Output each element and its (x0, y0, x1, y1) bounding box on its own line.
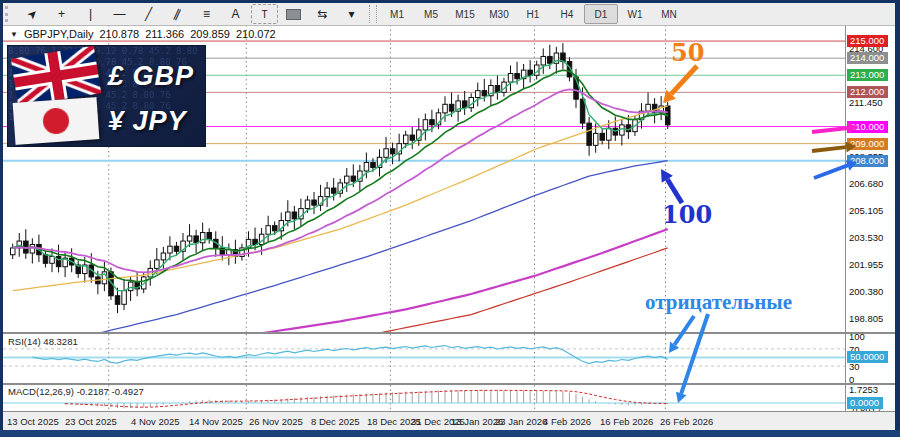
price-level-badge-213.000: 213.000 (847, 69, 888, 81)
date-label: 4 Nov 2025 (131, 416, 180, 427)
timeframe-w1[interactable]: W1 (618, 4, 652, 24)
shapes-tool[interactable] (280, 4, 307, 24)
timeframe-m15[interactable]: M15 (448, 4, 482, 24)
price-tick-205.105: 205.105 (849, 205, 883, 216)
date-label: 16 Feb 2026 (600, 416, 653, 427)
text-tool-icon[interactable]: A (222, 4, 249, 24)
timeframe-m30[interactable]: M30 (482, 4, 516, 24)
timeframe-h1[interactable]: H1 (516, 4, 550, 24)
macd-label: MACD(12,26,9) -0.2187 -0.4927 (8, 386, 144, 397)
date-label: 14 Nov 2025 (189, 416, 243, 427)
annotation-ma50: 50 (671, 38, 704, 67)
fibonacci-tool-icon[interactable]: ≡ (193, 4, 220, 24)
rsi-panel-divider[interactable] (3, 332, 895, 334)
date-label: 23 Jan 2026 (495, 416, 547, 427)
price-tick-211.450: 211.450 (849, 97, 883, 108)
price-level-badge-210.000: 210.000 (847, 121, 888, 133)
timeframe-m1[interactable]: M1 (380, 4, 414, 24)
date-label: 8 Dec 2025 (311, 416, 360, 427)
crosshair-tool-icon[interactable]: + (48, 4, 75, 24)
window-border-top (0, 0, 900, 3)
annotation-negative: отрицательные (645, 290, 792, 315)
text-label-tool-icon[interactable]: T (251, 4, 278, 24)
price-level-badge-212.000: 212.000 (847, 86, 888, 98)
price-axis-divider (845, 25, 846, 411)
vertical-line-tool-icon[interactable]: | (77, 4, 104, 24)
rsi-label: RSI(14) 48.3281 (8, 336, 78, 347)
macd-top-tick: 1.7253 (849, 384, 878, 395)
rsi-indicator-chart[interactable] (3, 334, 845, 383)
window-border-right (895, 0, 900, 437)
symbol-period-label[interactable]: GBPJPY,Daily (24, 28, 94, 40)
macd-zero-badge: 0.0000 (847, 397, 883, 409)
price-tick-198.805: 198.805 (849, 313, 883, 324)
price-tick-201.955: 201.955 (849, 259, 883, 270)
window-border-bottom (0, 430, 900, 437)
jpy-label: ¥ JPY (108, 106, 187, 137)
ma-red (373, 248, 668, 332)
timeframe-h4[interactable]: H4 (550, 4, 584, 24)
timeframe-d1[interactable]: D1 (584, 4, 618, 24)
window-border-left (0, 0, 3, 437)
chevron-down-icon[interactable]: ▼ (10, 30, 18, 39)
price-level-badge-215.000: 215.000 (847, 35, 888, 47)
price-tick-203.530: 203.530 (849, 232, 883, 243)
annotation-ma100: 100 (662, 200, 712, 229)
price-level-badge-209.000: 209.000 (847, 138, 888, 150)
trendline-tool-icon[interactable]: ╱ (135, 4, 162, 24)
rsi-line (32, 346, 667, 364)
horizontal-line-tool-icon[interactable]: — (106, 4, 133, 24)
close-value: 210.072 (236, 28, 276, 40)
low-value: 209.859 (190, 28, 230, 40)
currency-pair-logo: 8.80 76 1.3345 09.12 0.78 45.2 8.80 76 1… (8, 46, 205, 146)
chart-header: ▼ GBPJPY,Daily 210.878 211.366 209.859 2… (10, 28, 276, 40)
date-label: 23 Oct 2025 (65, 416, 117, 427)
timeframe-mn[interactable]: MN (652, 4, 686, 24)
rsi-50-badge: 50.0000 (847, 351, 888, 363)
price-level-badge-208.000: 208.000 (847, 155, 888, 167)
price-tick-206.680: 206.680 (849, 178, 883, 189)
date-axis[interactable]: 13 Oct 202523 Oct 20254 Nov 202514 Nov 2… (3, 411, 895, 431)
timeframe-m5[interactable]: M5 (414, 4, 448, 24)
dropdown-caret-icon[interactable]: ▾ (338, 4, 365, 24)
channel-tool-icon[interactable]: ∥ (161, 0, 194, 29)
open-value: 210.878 (99, 28, 139, 40)
price-level-badge-214.000: 214.000 (847, 52, 888, 64)
arrows-tool-icon[interactable]: ⇆ (309, 4, 336, 24)
high-value: 211.366 (145, 28, 184, 40)
date-label: 13 Oct 2025 (7, 416, 59, 427)
japan-flag-icon (13, 97, 100, 145)
date-label: 26 Nov 2025 (249, 416, 303, 427)
toolbar-separator (369, 5, 377, 23)
shapes-icon (286, 9, 301, 20)
toolbar: ➤+|—╱∥≡AT⇆▾M1M5M15M30H1H4D1W1MN (3, 3, 895, 26)
gbp-label: £ GBP (108, 61, 194, 92)
date-label: 26 Feb 2026 (660, 416, 713, 427)
terminal-window: { "toolbar": { "tools": [ {"name":"curso… (0, 0, 900, 437)
toolbar-grip (5, 6, 16, 22)
date-label: 4 Feb 2026 (543, 416, 591, 427)
macd-panel-divider[interactable] (3, 383, 895, 385)
price-tick-200.380: 200.380 (849, 286, 883, 297)
